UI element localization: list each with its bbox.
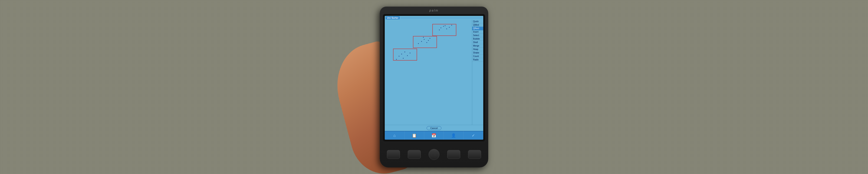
menu-item-shell[interactable]: Shell: [472, 41, 483, 44]
cancel-area: Cancel: [385, 125, 483, 131]
dot: [407, 55, 408, 56]
hw-button-2[interactable]: [408, 150, 421, 159]
toolbar-section-2[interactable]: 📋: [404, 131, 424, 140]
hw-buttons: [383, 145, 485, 164]
palm-device: palm Uni Sorter: [380, 6, 488, 168]
dot: [439, 30, 440, 30]
dot: [418, 43, 419, 44]
screen-bezel: Uni Sorter: [383, 14, 485, 141]
dot: [399, 56, 400, 56]
scatter-plot: [386, 22, 470, 74]
menu-item-merge[interactable]: Merge: [472, 44, 483, 48]
box-3: [393, 49, 417, 60]
dot: [440, 27, 441, 28]
hw-button-4[interactable]: [468, 150, 481, 159]
menu-item-shake[interactable]: Shake: [472, 51, 483, 55]
palm-logo: palm: [429, 9, 439, 12]
menu-item-bubble[interactable]: Bubble: [472, 37, 483, 41]
toolbar-section-4[interactable]: 👤: [444, 131, 464, 140]
menu-item-insert[interactable]: Insert: [472, 30, 483, 34]
dot: [403, 58, 404, 59]
tasks-icon: ✓: [472, 133, 475, 138]
dot: [424, 39, 425, 40]
menu-item-select[interactable]: Select: [472, 34, 483, 37]
calendar-icon: 📅: [431, 133, 436, 138]
menu-panel: Quick QMed QRect Insert Select Bubble Sh…: [472, 20, 483, 125]
home-icon: ⌂: [393, 133, 396, 138]
dot: [446, 28, 447, 29]
hw-button-1[interactable]: [387, 150, 400, 159]
toolbar-section-3[interactable]: 📅: [424, 131, 444, 140]
dot: [443, 26, 444, 27]
contacts-icon: 👤: [451, 133, 456, 138]
memo-icon: 📋: [412, 133, 416, 138]
dot: [452, 25, 452, 26]
menu-item-count[interactable]: Count: [472, 55, 483, 58]
scene: palm Uni Sorter: [0, 0, 868, 174]
viz-area: [385, 20, 472, 125]
toolbar-section-5[interactable]: ✓: [464, 131, 483, 140]
cancel-button[interactable]: Cancel: [427, 126, 441, 130]
screen: Uni Sorter: [385, 16, 483, 140]
dot: [426, 42, 427, 43]
menu-item-quick[interactable]: Quick: [472, 20, 483, 23]
dot: [401, 54, 402, 55]
dot: [445, 25, 445, 26]
content-area: Quick QMed QRect Insert Select Bubble Sh…: [385, 20, 483, 125]
menu-item-qmed[interactable]: QMed: [472, 23, 483, 27]
hw-button-nav[interactable]: [429, 149, 439, 160]
dot: [429, 38, 430, 39]
menu-item-heap[interactable]: Heap: [472, 48, 483, 51]
box-2: [413, 36, 437, 48]
dot: [421, 41, 422, 42]
dot: [423, 37, 424, 38]
viz-canvas: [386, 22, 470, 123]
menu-item-radix[interactable]: Radix: [472, 58, 483, 61]
toolbar-section-1[interactable]: ⌂: [385, 131, 404, 140]
dot: [428, 40, 429, 41]
dot: [404, 52, 405, 52]
dot: [410, 53, 410, 53]
dot: [449, 27, 450, 28]
dot: [396, 59, 397, 60]
menu-item-qrect[interactable]: QRect: [472, 27, 483, 30]
app-title: Uni Sorter: [385, 16, 400, 19]
title-bar: Uni Sorter: [385, 16, 483, 20]
bottom-toolbar: ⌂ 📋 📅 👤 ✓: [385, 131, 483, 140]
hw-button-3[interactable]: [447, 150, 460, 159]
box-1: [432, 24, 456, 36]
